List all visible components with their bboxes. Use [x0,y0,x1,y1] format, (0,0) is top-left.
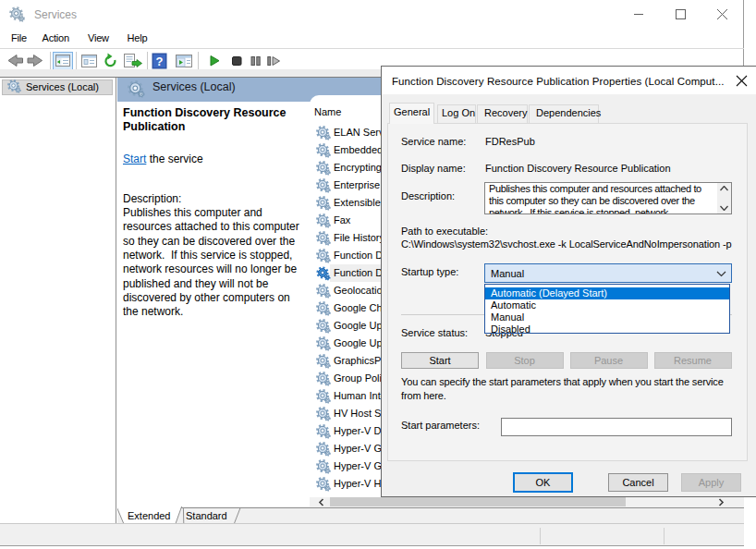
svg-text:?: ? [156,55,164,68]
